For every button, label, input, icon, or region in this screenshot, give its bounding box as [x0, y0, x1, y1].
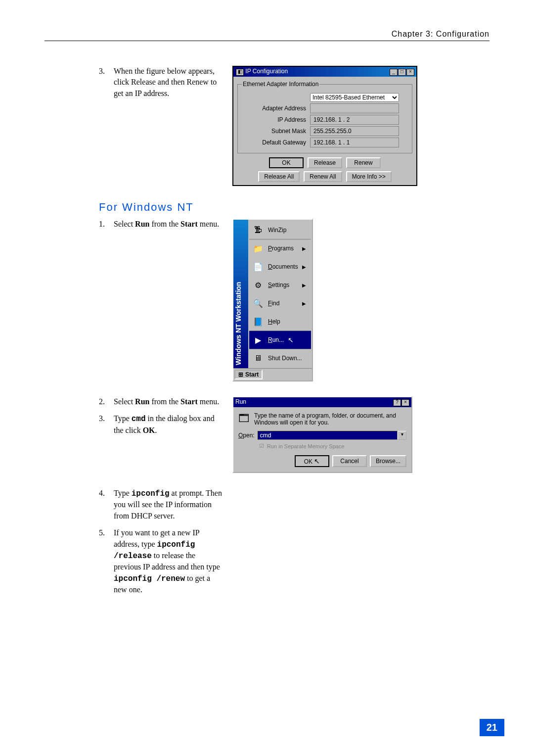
subnet-mask-label: Subnet Mask [242, 128, 310, 135]
chevron-down-icon[interactable]: ▾ [398, 431, 406, 440]
settings-icon: ⚙ [252, 279, 264, 291]
menu-item-programs[interactable]: 📁 Programs ▶ [249, 239, 311, 257]
menu-item-settings[interactable]: ⚙ Settings ▶ [249, 276, 311, 294]
minimize-icon[interactable]: _ [390, 69, 398, 76]
open-label: Open: [238, 432, 255, 439]
chevron-right-icon: ▶ [302, 264, 306, 270]
cancel-button[interactable]: Cancel [332, 455, 367, 467]
release-button[interactable]: Release [308, 157, 342, 168]
adapter-address-value [310, 103, 399, 113]
documents-icon: 📄 [252, 261, 264, 273]
windows-icon: ⊞ [238, 371, 243, 378]
app-icon: ◧ [236, 69, 244, 76]
cursor-icon: ↖ [314, 457, 320, 465]
step-3-nt: 3. Type cmd in the dialog box and the cl… [99, 413, 222, 436]
checkbox-icon: ☑ [259, 443, 264, 449]
default-gateway-value: 192.168. 1 . 1 [310, 138, 399, 147]
chevron-right-icon: ▶ [302, 283, 306, 288]
ok-button[interactable]: OK [269, 157, 304, 168]
close-icon[interactable]: × [406, 69, 414, 76]
more-info-button[interactable]: More Info >> [346, 171, 392, 182]
separate-memory-checkbox: ☑ Run in Separate Memory Space [238, 443, 406, 449]
renew-all-button[interactable]: Renew All [304, 171, 342, 182]
run-title: Run [235, 398, 246, 406]
menu-item-run[interactable]: ▶ Run... ↖ [249, 331, 311, 349]
programs-icon: 📁 [252, 242, 264, 254]
default-gateway-label: Default Gateway [242, 139, 310, 146]
ip-address-value: 192.168. 1 . 2 [310, 115, 399, 125]
help-icon[interactable]: ? [393, 399, 401, 406]
menu-item-help[interactable]: 📘 Help [249, 312, 311, 331]
start-button[interactable]: ⊞ Start [234, 370, 263, 379]
step-3: 3. When the figure below appears, click … [99, 66, 222, 99]
ip-configuration-window: ◧ IP Configuration _□× Ethernet Adapter … [232, 66, 417, 186]
menu-item-winzip[interactable]: 🗜 WinZip [249, 221, 311, 239]
maximize-icon[interactable]: □ [398, 69, 406, 76]
menu-item-shutdown[interactable]: 🖥 Shut Down... [249, 349, 311, 367]
step-1-nt: 1. Select Run from the Start menu. [99, 219, 222, 230]
step-2-nt: 2. Select Run from the Start menu. [99, 396, 222, 407]
close-icon[interactable]: × [401, 399, 409, 406]
start-menu: Windows NT Workstation 🗜 WinZip 📁 Progra… [232, 219, 313, 381]
run-icon: ▶ [252, 334, 264, 346]
adapter-address-label: Adapter Address [242, 105, 310, 112]
menu-item-find[interactable]: 🔍 Find ▶ [249, 294, 311, 312]
chevron-right-icon: ▶ [302, 246, 306, 251]
step-5-nt: 5. If you want to get a new IP address, … [99, 527, 222, 595]
subnet-mask-value: 255.255.255.0 [310, 126, 399, 136]
browse-button[interactable]: Browse... [370, 455, 406, 467]
start-menu-sidebar: Windows NT Workstation [233, 220, 248, 368]
chevron-right-icon: ▶ [302, 301, 306, 306]
run-app-icon: 🗔 [238, 412, 249, 425]
run-dialog: Run ?× 🗔 Type the name of a program, fol… [232, 396, 412, 473]
release-all-button[interactable]: Release All [258, 171, 300, 182]
run-description: Type the name of a program, folder, or d… [254, 412, 406, 426]
ip-address-label: IP Address [242, 116, 310, 123]
renew-button[interactable]: Renew [346, 157, 381, 168]
step-4-nt: 4. Type ipconfig at prompt. Then you wil… [99, 488, 222, 521]
group-label: Ethernet Adapter Information [242, 81, 319, 88]
open-input[interactable]: cmd ▾ [258, 431, 406, 440]
section-heading-nt: For Windows NT [99, 201, 490, 214]
menu-item-documents[interactable]: 📄 Documents ▶ [249, 257, 311, 276]
winzip-icon: 🗜 [252, 224, 264, 236]
shutdown-icon: 🖥 [252, 352, 264, 364]
cursor-icon: ↖ [288, 336, 294, 344]
ipconfig-title: IP Configuration [245, 68, 288, 75]
ok-button[interactable]: OK ↖ [295, 455, 329, 467]
help-icon: 📘 [252, 316, 264, 328]
page-number: 21 [480, 719, 504, 736]
adapter-select[interactable]: Intel 82595-Based Ethernet [310, 93, 399, 102]
find-icon: 🔍 [252, 297, 264, 309]
page-header: Chapter 3: Configuration [44, 30, 490, 41]
